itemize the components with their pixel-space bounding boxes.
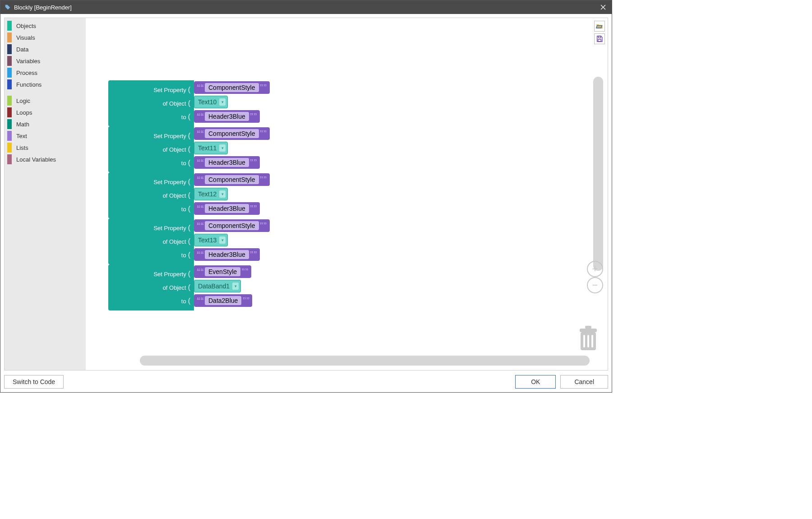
socket-icon: ( [188, 297, 190, 305]
trash-icon[interactable] [577, 326, 600, 352]
category-label: Objects [16, 23, 36, 29]
text-value[interactable]: ComponentStyle [205, 221, 259, 230]
toolbox-category[interactable]: Visuals [5, 32, 86, 43]
dropdown-value: DataBand1 [198, 283, 230, 290]
quote-open-icon: ““ [197, 204, 204, 213]
category-color-icon [7, 143, 12, 153]
property-text-block[interactable]: ““ComponentStyle”” [194, 127, 270, 140]
property-text-block[interactable]: ““ComponentStyle”” [194, 219, 270, 232]
set-property-block[interactable]: Set Property(of Object(to(““ComponentSty… [108, 172, 270, 218]
socket-icon: ( [188, 283, 190, 292]
text-value[interactable]: ComponentStyle [205, 175, 259, 184]
quote-open-icon: ““ [197, 250, 204, 259]
quote-open-icon: ““ [197, 158, 204, 167]
category-label: Local Variables [16, 156, 56, 163]
value-text-block[interactable]: ““Data2Blue”” [194, 294, 252, 307]
text-value[interactable]: Data2Blue [205, 296, 241, 305]
workspace[interactable]: + − Set Property(of Object( [86, 18, 608, 370]
open-button[interactable] [594, 21, 605, 32]
horizontal-scrollbar[interactable] [140, 356, 590, 366]
ok-button[interactable]: OK [515, 375, 556, 389]
socket-icon: ( [188, 113, 190, 121]
category-color-icon [7, 68, 12, 78]
zoom-in-button[interactable]: + [587, 261, 603, 277]
object-dropdown[interactable]: Text12▾ [194, 188, 228, 200]
save-button[interactable] [594, 33, 605, 44]
category-label: Text [16, 133, 27, 139]
close-button[interactable] [598, 2, 608, 12]
toolbox-category[interactable]: Variables [5, 55, 86, 67]
category-color-icon [7, 79, 12, 89]
category-color-icon [7, 56, 12, 66]
vertical-scrollbar[interactable] [593, 77, 603, 271]
toolbox-category[interactable]: Objects [5, 20, 86, 32]
object-dropdown[interactable]: Text10▾ [194, 96, 228, 108]
category-color-icon [7, 131, 12, 141]
window-title: Blockly [BeginRender] [14, 4, 598, 11]
quote-close-icon: ”” [250, 112, 257, 120]
set-property-block[interactable]: Set Property(of Object(to(““ComponentSty… [108, 80, 270, 126]
value-text-block[interactable]: ““Header3Blue”” [194, 110, 260, 123]
socket-icon: ( [188, 251, 190, 259]
quote-open-icon: ““ [197, 130, 204, 138]
dropdown-value: Text10 [198, 98, 217, 106]
set-property-block[interactable]: Set Property(of Object(to(““EvenStyle””D… [108, 264, 270, 310]
toolbox-category[interactable]: Local Variables [5, 153, 86, 165]
block-label: to [181, 160, 186, 167]
category-color-icon [7, 32, 12, 42]
text-value[interactable]: Header3Blue [205, 158, 249, 167]
object-dropdown[interactable]: Text11▾ [194, 142, 228, 154]
text-value[interactable]: Header3Blue [205, 250, 249, 259]
toolbox-category[interactable]: Functions [5, 79, 86, 90]
socket-icon: ( [188, 191, 190, 199]
block-label: of Object [163, 238, 186, 245]
titlebar: Blockly [BeginRender] [0, 0, 612, 14]
category-color-icon [7, 107, 12, 117]
property-text-block[interactable]: ““ComponentStyle”” [194, 81, 270, 94]
object-dropdown[interactable]: DataBand1▾ [194, 280, 241, 292]
category-label: Data [16, 46, 28, 53]
text-value[interactable]: ComponentStyle [205, 129, 259, 138]
value-text-block[interactable]: ““Header3Blue”” [194, 248, 260, 261]
quote-open-icon: ““ [197, 222, 204, 230]
toolbox-category[interactable]: Lists [5, 142, 86, 153]
value-text-block[interactable]: ““Header3Blue”” [194, 202, 260, 215]
category-label: Visuals [16, 34, 35, 41]
block-label: to [181, 298, 186, 305]
set-property-block[interactable]: Set Property(of Object(to(““ComponentSty… [108, 126, 270, 172]
text-value[interactable]: EvenStyle [205, 267, 240, 276]
window-body: ObjectsVisualsDataVariablesProcessFuncti… [0, 14, 612, 392]
svg-rect-6 [587, 335, 589, 348]
toolbox-category[interactable]: Data [5, 43, 86, 55]
switch-to-code-button[interactable]: Switch to Code [4, 375, 64, 389]
text-value[interactable]: Header3Blue [205, 112, 249, 121]
quote-open-icon: ““ [197, 176, 204, 184]
block-body: Set Property(of Object(to( [108, 80, 194, 126]
toolbox-category[interactable]: Loops [5, 107, 86, 118]
zoom-out-button[interactable]: − [587, 277, 603, 293]
block-label: of Object [163, 146, 186, 153]
blockly-window: Blockly [BeginRender] ObjectsVisualsData… [0, 0, 612, 393]
toolbox-category[interactable]: Process [5, 67, 86, 79]
toolbox-category[interactable]: Logic [5, 95, 86, 107]
text-value[interactable]: Header3Blue [205, 204, 249, 213]
category-label: Variables [16, 58, 40, 65]
property-text-block[interactable]: ““ComponentStyle”” [194, 173, 270, 186]
app-icon [4, 4, 11, 11]
svg-rect-5 [583, 335, 585, 348]
value-text-block[interactable]: ““Header3Blue”” [194, 156, 260, 169]
quote-close-icon: ”” [260, 130, 267, 138]
cancel-button[interactable]: Cancel [560, 375, 608, 389]
category-color-icon [7, 44, 12, 54]
object-dropdown[interactable]: Text13▾ [194, 234, 228, 246]
block-inputs: ““EvenStyle””DataBand1▾““Data2Blue”” [194, 264, 252, 310]
toolbox-category[interactable]: Math [5, 118, 86, 130]
quote-close-icon: ”” [250, 250, 257, 259]
block-body: Set Property(of Object(to( [108, 264, 194, 310]
toolbox-category[interactable]: Text [5, 130, 86, 142]
block-body: Set Property(of Object(to( [108, 218, 194, 264]
property-text-block[interactable]: ““EvenStyle”” [194, 265, 251, 278]
socket-icon: ( [188, 224, 190, 232]
text-value[interactable]: ComponentStyle [205, 83, 259, 92]
set-property-block[interactable]: Set Property(of Object(to(““ComponentSty… [108, 218, 270, 264]
